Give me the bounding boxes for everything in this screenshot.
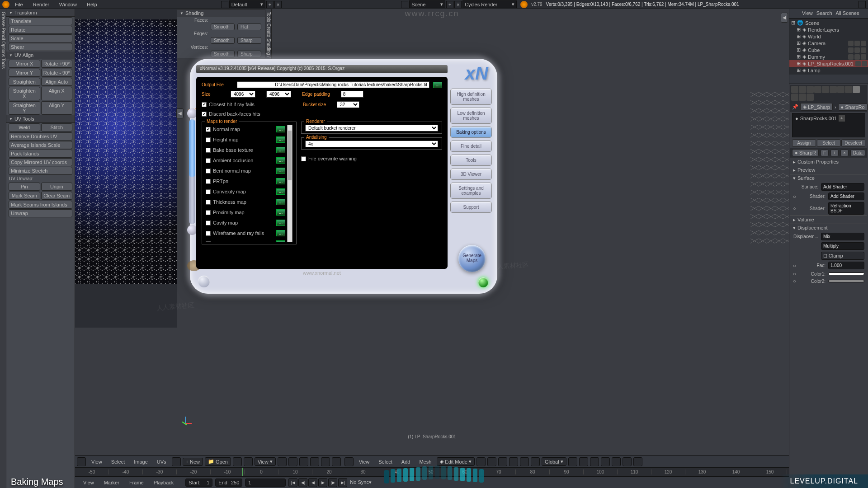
outliner-item[interactable]: ⊞◈Camera: [789, 40, 868, 47]
size-w-select[interactable]: 4096: [231, 91, 255, 98]
end-frame-field[interactable]: End:250: [215, 479, 242, 487]
vert-sel-icon[interactable]: [288, 457, 297, 466]
expand-n-panel-icon[interactable]: ◀: [781, 13, 788, 23]
generate-maps-button[interactable]: Generate Maps: [458, 245, 486, 272]
uvalign-header[interactable]: ▼UV Align: [6, 52, 75, 59]
faces-flat-button[interactable]: Flat: [237, 23, 261, 30]
play-reverse-icon[interactable]: ◀: [308, 478, 317, 487]
renderer-select[interactable]: Default bucket renderer: [305, 125, 438, 131]
uv-image-menu[interactable]: Image: [130, 458, 151, 465]
align-y-button[interactable]: Align Y: [41, 101, 73, 115]
crumb-material[interactable]: ●SharpRo: [838, 103, 868, 111]
outliner-item[interactable]: ⊞◈Lamp: [789, 67, 868, 74]
output-file-field[interactable]: [237, 81, 429, 88]
edges-smooth-button[interactable]: Smooth: [211, 37, 235, 44]
shear-button[interactable]: Shear: [9, 43, 72, 51]
disp-header[interactable]: ▾Displacement: [790, 224, 867, 232]
transform-header[interactable]: ▼Transform: [6, 9, 75, 17]
open-image-button[interactable]: 📁Open: [205, 457, 231, 466]
outliner-item[interactable]: ⊞◈Cube: [789, 47, 868, 53]
pin-icon[interactable]: [233, 457, 242, 466]
rotate-button[interactable]: Rotate: [9, 26, 72, 34]
sync-icon[interactable]: [278, 457, 287, 466]
pin-crumb-icon[interactable]: 📌: [792, 104, 798, 110]
xn-side-button[interactable]: 3D Viewer: [450, 169, 492, 180]
color1-swatch[interactable]: [828, 272, 864, 275]
back-to-prev-icon[interactable]: [859, 1, 866, 8]
left-vert-tabs[interactable]: Grease Pencil Options Tools: [0, 9, 6, 488]
map-options-button[interactable]: ...: [276, 188, 285, 195]
edge-mode-icon[interactable]: [509, 457, 518, 466]
align-x-button[interactable]: Align X: [41, 87, 73, 100]
edge-padding-field[interactable]: [341, 91, 363, 98]
stitch-button[interactable]: Stitch: [41, 123, 73, 131]
tab-scene[interactable]: [807, 86, 814, 93]
clear-seam-button[interactable]: Clear Seam: [41, 192, 73, 200]
map-options-button[interactable]: ...: [276, 178, 285, 184]
render-border-icon[interactable]: [612, 457, 621, 466]
disp-dropdown[interactable]: Mix: [821, 233, 864, 240]
weld-button[interactable]: Weld: [9, 123, 40, 131]
straighten-button[interactable]: Straighten: [9, 78, 40, 86]
link-data-dropdown[interactable]: Data: [850, 150, 865, 156]
screen-layout-icon[interactable]: [221, 1, 228, 8]
xn-side-button[interactable]: High definition meshes: [450, 89, 492, 105]
closest-hit-checkbox[interactable]: ✔Closest hit if ray fails: [202, 102, 292, 107]
unlink-mat-icon[interactable]: ×: [840, 150, 849, 156]
collapse-uv-shelf-icon[interactable]: ◀: [176, 108, 184, 118]
map-checkbox[interactable]: Convexity map...: [206, 188, 285, 195]
multiply-dropdown[interactable]: Multiply: [821, 242, 864, 250]
pin-button[interactable]: Pin: [9, 183, 40, 191]
3d-view-menu[interactable]: View: [355, 458, 373, 465]
new-image-button[interactable]: +New: [183, 458, 203, 466]
outliner-item[interactable]: ⊞◈World: [789, 33, 868, 40]
outliner-item[interactable]: ⊞◈Dummy: [789, 53, 868, 60]
editor-type-icon[interactable]: [77, 457, 86, 466]
start-frame-field[interactable]: Start:1: [185, 479, 212, 487]
map-checkbox[interactable]: Height map...: [206, 136, 285, 143]
play-icon[interactable]: ▶: [318, 478, 327, 487]
pack-islands-button[interactable]: Pack Islands: [9, 150, 72, 158]
rotate-n90-button[interactable]: Rotate - 90°: [41, 69, 73, 77]
map-checkbox[interactable]: Cavity map...: [206, 220, 285, 226]
xn-side-button[interactable]: Tools: [450, 155, 492, 166]
tab-particles[interactable]: [799, 94, 806, 101]
map-checkbox[interactable]: Bake base texture...: [206, 147, 285, 153]
uv-uvs-menu[interactable]: UVs: [153, 458, 170, 465]
map-checkbox[interactable]: Ambient occlusion...: [206, 157, 285, 164]
straighten-y-button[interactable]: Straighten Y: [9, 101, 40, 115]
menu-help[interactable]: Help: [82, 1, 102, 8]
menu-window[interactable]: Window: [55, 1, 81, 8]
rotate-p90-button[interactable]: Rotate +90°: [41, 60, 73, 68]
preview-header[interactable]: ▸Preview: [790, 166, 867, 174]
map-options-button[interactable]: ...: [276, 209, 285, 216]
map-checkbox[interactable]: Wireframe and ray fails...: [206, 230, 285, 236]
map-checkbox[interactable]: Bent normal map...: [206, 168, 285, 174]
tab-constraints[interactable]: [830, 86, 837, 93]
map-checkbox[interactable]: Direction map...: [206, 240, 285, 242]
image-browse-icon[interactable]: [172, 457, 181, 466]
keyframe-prev-icon[interactable]: ◀|: [298, 478, 307, 487]
map-options-button[interactable]: ...: [276, 126, 285, 132]
menu-render[interactable]: Render: [28, 1, 54, 8]
jump-end-icon[interactable]: ▶|: [338, 478, 347, 487]
tab-modifiers[interactable]: [837, 86, 844, 93]
add-slot-icon[interactable]: +: [839, 115, 845, 122]
tab-renderlayers[interactable]: [799, 86, 806, 93]
tab-render[interactable]: [791, 86, 798, 93]
aa-select[interactable]: 4x: [305, 141, 438, 147]
bucket-size-select[interactable]: 32: [337, 101, 359, 108]
material-slots[interactable]: ●SharpRocks.001+: [792, 113, 865, 137]
map-checkbox[interactable]: ✔Normal map...: [206, 126, 285, 132]
surface-header[interactable]: ▾Surface: [790, 174, 867, 182]
tab-world[interactable]: [814, 86, 821, 93]
orientation-dropdown[interactable]: Global▾: [542, 457, 566, 466]
pivot-3d-icon[interactable]: [487, 457, 496, 466]
props-type-icon[interactable]: [859, 76, 865, 82]
assign-button[interactable]: Assign: [792, 139, 816, 147]
select-mat-button[interactable]: Select: [817, 139, 841, 147]
size-h-select[interactable]: 4096: [266, 91, 291, 98]
faces-smooth-button[interactable]: Smooth: [211, 23, 235, 30]
avg-islands-button[interactable]: Average Islands Scale: [9, 141, 72, 149]
tab-object[interactable]: [822, 86, 829, 93]
